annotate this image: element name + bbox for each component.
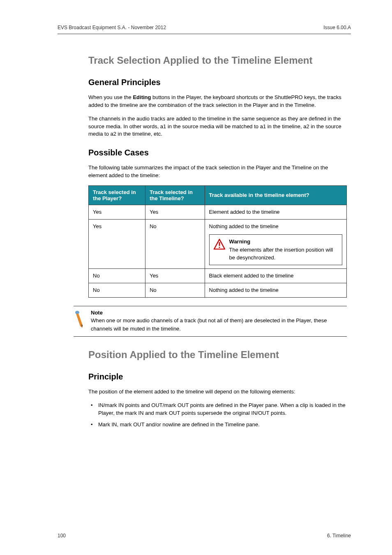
possible-cases-heading: Possible Cases: [88, 148, 347, 157]
general-principles-p2: The channels in the audio tracks are add…: [88, 115, 347, 139]
section2-title: Position Applied to the Timeline Element: [88, 349, 347, 361]
warning-icon: [214, 239, 225, 250]
section1-title: Track Selection Applied to the Timeline …: [88, 55, 347, 66]
principle-bullets: IN/mark IN points and OUT/mark OUT point…: [88, 402, 347, 429]
cell-timeline: No: [145, 220, 205, 269]
list-item: IN/mark IN points and OUT/mark OUT point…: [88, 402, 347, 417]
cell-player: Yes: [89, 205, 145, 219]
th-timeline: Track selected in the Timeline?: [145, 185, 205, 205]
cell-player: Yes: [89, 220, 145, 269]
warning-title: Warning: [229, 238, 338, 245]
warning-text: Warning The elements after the insertion…: [229, 238, 338, 261]
cell-result: Black element added to the timeline: [205, 268, 346, 283]
page-header: EVS Broadcast Equipment S.A. - November …: [58, 25, 351, 34]
cell-result: Nothing added to the timeline: [205, 283, 346, 298]
header-right: Issue 6.00.A: [323, 25, 351, 30]
cell-timeline: Yes: [145, 268, 205, 283]
list-item: Mark IN, mark OUT and/or nowline are def…: [88, 421, 347, 429]
gp-p1-bold: Editing: [133, 94, 151, 100]
note-text: Note When one or more audio channels of …: [91, 310, 347, 333]
svg-point-3: [75, 311, 79, 314]
th-player: Track selected in the Player?: [89, 185, 145, 205]
general-principles-p1: When you use the Editing buttons in the …: [88, 94, 347, 109]
note-box: Note When one or more audio channels of …: [74, 306, 347, 337]
svg-rect-1: [219, 242, 220, 246]
page: EVS Broadcast Equipment S.A. - November …: [0, 0, 392, 555]
cell-player: No: [89, 268, 145, 283]
th-available: Track available in the timeline element?: [205, 185, 346, 205]
note-title: Note: [91, 310, 347, 316]
cell-result-text: Nothing added to the timeline: [209, 223, 279, 229]
principle-heading: Principle: [88, 372, 347, 382]
header-left: EVS Broadcast Equipment S.A. - November …: [58, 25, 166, 30]
warning-body: The elements after the insertion positio…: [229, 247, 333, 260]
table-row: No No Nothing added to the timeline: [89, 283, 347, 298]
cases-table: Track selected in the Player? Track sele…: [88, 185, 347, 298]
gp-p1-pre: When you use the: [88, 94, 133, 100]
page-footer: 100 6. Timeline: [58, 533, 351, 539]
pencil-icon: [74, 310, 86, 328]
cell-timeline: Yes: [145, 205, 205, 219]
content-area: Track Selection Applied to the Timeline …: [88, 55, 347, 429]
table-row: Yes No Nothing added to the timeline War…: [89, 220, 347, 269]
table-row: No Yes Black element added to the timeli…: [89, 268, 347, 283]
footer-chapter: 6. Timeline: [327, 533, 351, 539]
cell-player: No: [89, 283, 145, 298]
general-principles-heading: General Principles: [88, 78, 347, 87]
svg-point-2: [219, 247, 220, 248]
footer-page-number: 100: [58, 533, 66, 539]
table-header-row: Track selected in the Player? Track sele…: [89, 185, 347, 205]
svg-marker-4: [76, 314, 83, 328]
cell-timeline: No: [145, 283, 205, 298]
warning-box: Warning The elements after the insertion…: [209, 234, 342, 265]
note-body: When one or more audio channels of a tra…: [91, 317, 327, 332]
principle-intro: The position of the element added to the…: [88, 388, 347, 396]
table-row: Yes Yes Element added to the timeline: [89, 205, 347, 219]
cell-result: Element added to the timeline: [205, 205, 346, 219]
cell-result: Nothing added to the timeline Warning Th…: [205, 220, 346, 269]
possible-cases-intro: The following table summarizes the impac…: [88, 164, 347, 180]
